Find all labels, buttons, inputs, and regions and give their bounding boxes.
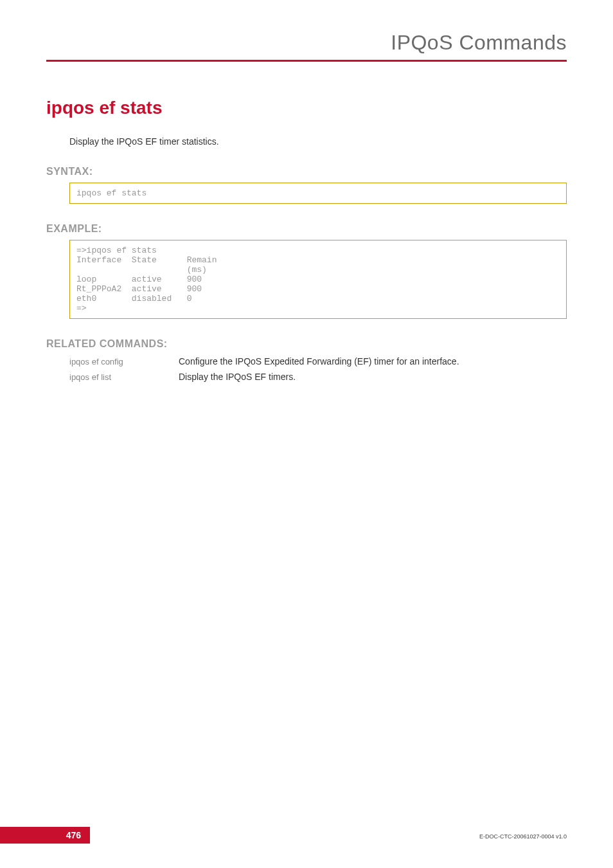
page: IPQoS Commands ipqos ef stats Display th… xyxy=(0,0,613,868)
header-divider xyxy=(46,60,567,62)
related-commands-label: RELATED COMMANDS: xyxy=(46,338,567,350)
example-code-box: =>ipqos ef stats Interface State Remain … xyxy=(69,240,567,319)
page-number: 476 xyxy=(66,830,81,840)
related-row: ipqos ef config Configure the IPQoS Expe… xyxy=(69,356,567,366)
related-row: ipqos ef list Display the IPQoS EF timer… xyxy=(69,372,567,382)
page-footer: 476 E-DOC-CTC-20061027-0004 v1.0 xyxy=(0,827,613,844)
footer-doc-id: E-DOC-CTC-20061027-0004 v1.0 xyxy=(479,833,567,840)
related-description: Display the IPQoS EF timers. xyxy=(179,372,296,382)
example-label: EXAMPLE: xyxy=(46,223,567,235)
syntax-label: SYNTAX: xyxy=(46,166,567,177)
related-description: Configure the IPQoS Expedited Forwarding… xyxy=(179,356,459,366)
section-header-title: IPQoS Commands xyxy=(46,31,567,55)
syntax-code-box: ipqos ef stats xyxy=(69,183,567,204)
related-link[interactable]: ipqos ef config xyxy=(69,357,179,366)
related-link[interactable]: ipqos ef list xyxy=(69,372,179,382)
footer-page-bar: 476 xyxy=(0,827,90,844)
command-title: ipqos ef stats xyxy=(46,98,567,118)
command-description: Display the IPQoS EF timer statistics. xyxy=(69,136,567,147)
related-commands-table: ipqos ef config Configure the IPQoS Expe… xyxy=(69,356,567,382)
